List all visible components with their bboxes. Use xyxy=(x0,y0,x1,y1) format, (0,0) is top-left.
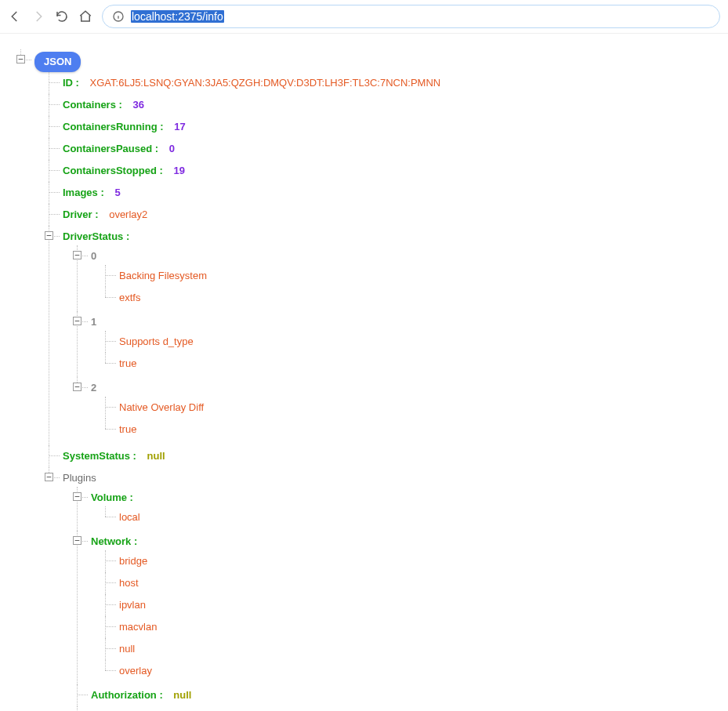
list-item: local xyxy=(105,506,728,528)
value-containers-paused: 0 xyxy=(169,143,175,154)
site-info-icon[interactable] xyxy=(112,10,125,23)
value-images: 5 xyxy=(114,187,120,198)
row-containers: Containers : 36 xyxy=(49,94,728,116)
row-images: Images : 5 xyxy=(49,182,728,204)
list-item: host xyxy=(105,572,728,594)
value-system-status: null xyxy=(147,450,165,462)
index-label: 2 xyxy=(91,382,96,394)
key-authorization: Authorization : xyxy=(91,689,163,701)
collapse-toggle[interactable] xyxy=(16,55,25,63)
value-id: XGAT:6LJ5:LSNQ:GYAN:3JA5:QZGH:DMQV:D3DT:… xyxy=(90,77,441,89)
row-id: ID : XGAT:6LJ5:LSNQ:GYAN:3JA5:QZGH:DMQV:… xyxy=(49,72,728,94)
row-log: Log : awslogs fluentd gcplogs gelf journ… xyxy=(77,706,728,711)
key-driver: Driver : xyxy=(63,209,99,220)
url-text: localhost:2375/info xyxy=(131,10,224,23)
key-system-status: SystemStatus : xyxy=(63,450,136,462)
list-item: macvlan xyxy=(105,616,728,638)
value-driver: overlay2 xyxy=(109,209,147,220)
list-item: Native Overlay Diff xyxy=(105,397,728,419)
key-volume: Volume : xyxy=(91,492,133,503)
row-volume: Volume : local xyxy=(77,487,728,531)
value-containers-stopped: 19 xyxy=(173,165,184,176)
forward-icon xyxy=(31,9,45,24)
collapse-toggle[interactable] xyxy=(73,251,81,259)
row-driver: Driver : overlay2 xyxy=(49,204,728,226)
browser-navbar: localhost:2375/info xyxy=(0,0,728,34)
address-bar[interactable]: localhost:2375/info xyxy=(102,5,720,28)
row-system-status: SystemStatus : null xyxy=(49,445,728,467)
key-network: Network : xyxy=(91,535,137,547)
list-item: Supports d_type xyxy=(105,331,728,353)
row-containers-running: ContainersRunning : 17 xyxy=(49,116,728,138)
row-driver-status: DriverStatus : 0 Backing Filesystem extf… xyxy=(49,226,728,445)
row-network: Network : bridge host ipvlan macvlan nul… xyxy=(77,531,728,684)
key-images: Images : xyxy=(63,187,104,198)
home-icon[interactable] xyxy=(78,9,92,24)
row-authorization: Authorization : null xyxy=(77,684,728,706)
list-item: true xyxy=(105,353,728,375)
value-authorization: null xyxy=(173,689,191,701)
collapse-toggle[interactable] xyxy=(45,231,53,240)
value-containers: 36 xyxy=(132,99,143,111)
list-item: overlay xyxy=(105,660,728,682)
list-item: null xyxy=(105,638,728,660)
collapse-toggle[interactable] xyxy=(73,383,81,391)
collapse-toggle[interactable] xyxy=(45,473,53,481)
collapse-toggle[interactable] xyxy=(73,317,81,325)
key-id: ID : xyxy=(63,77,79,89)
key-containers-stopped: ContainersStopped : xyxy=(63,165,163,176)
list-item: ipvlan xyxy=(105,594,728,616)
list-item: Backing Filesystem xyxy=(105,265,728,287)
json-root-badge: JSON xyxy=(34,52,81,72)
list-item: extfs xyxy=(105,287,728,309)
back-icon[interactable] xyxy=(8,9,22,24)
key-containers-paused: ContainersPaused : xyxy=(63,143,158,154)
index-label: 0 xyxy=(91,250,96,262)
collapse-toggle[interactable] xyxy=(73,536,81,545)
key-containers: Containers : xyxy=(63,99,122,111)
value-containers-running: 17 xyxy=(174,121,185,132)
row-containers-stopped: ContainersStopped : 19 xyxy=(49,160,728,182)
json-tree: JSON ID : XGAT:6LJ5:LSNQ:GYAN:3JA5:QZGH:… xyxy=(0,34,728,711)
driver-status-2: 2 Native Overlay Diff true xyxy=(77,377,728,443)
index-label: 1 xyxy=(91,316,96,328)
driver-status-0: 0 Backing Filesystem extfs xyxy=(77,245,728,311)
key-containers-running: ContainersRunning : xyxy=(63,121,164,132)
driver-status-1: 1 Supports d_type true xyxy=(77,311,728,377)
key-driver-status: DriverStatus : xyxy=(63,230,129,242)
list-item: true xyxy=(105,419,728,441)
reload-icon[interactable] xyxy=(55,9,69,24)
row-containers-paused: ContainersPaused : 0 xyxy=(49,138,728,160)
collapse-toggle[interactable] xyxy=(73,492,81,501)
url-selected: localhost:2375/info xyxy=(131,10,224,23)
row-plugins: Plugins Volume : local Network : bridge xyxy=(49,467,728,711)
list-item: bridge xyxy=(105,550,728,572)
key-plugins: Plugins xyxy=(63,472,96,484)
